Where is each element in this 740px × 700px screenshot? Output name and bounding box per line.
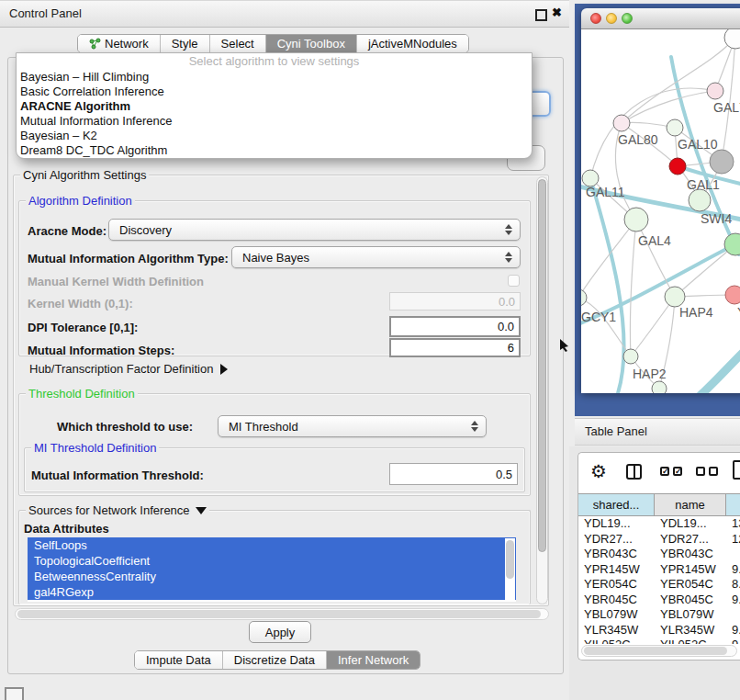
tab-select[interactable]: Select [210, 35, 266, 52]
which-threshold-combo[interactable]: MI Threshold [218, 415, 487, 437]
node-label: GAL11 [586, 185, 625, 199]
table-row[interactable]: YPR145WYPR145W9. [578, 562, 740, 578]
table-cell: YBR043C [655, 547, 726, 562]
tab-discretize-data[interactable]: Discretize Data [223, 651, 327, 669]
hub-section-toggle[interactable]: Hub/Transcription Factor Definition [29, 362, 228, 376]
unchecked-box-icon[interactable] [696, 467, 705, 476]
node-gray[interactable] [710, 150, 734, 174]
tab-infer-network[interactable]: Infer Network [327, 651, 420, 669]
network-edge[interactable] [630, 220, 636, 356]
node-gal4[interactable] [624, 208, 648, 231]
network-edge[interactable] [622, 91, 715, 123]
node-y[interactable] [725, 286, 740, 304]
column-header[interactable] [726, 494, 740, 515]
minimize-window-icon[interactable] [606, 13, 617, 24]
mi-steps-input[interactable]: 6 [389, 338, 521, 357]
apply-button[interactable]: Apply [249, 621, 311, 643]
tab-cyni-toolbox[interactable]: Cyni Toolbox [266, 35, 357, 52]
table-horizontal-scrollbar[interactable] [581, 645, 737, 657]
table-header-row[interactable]: shared...name [578, 493, 740, 516]
network-window[interactable]: GAL7GAL80GAL10GAL11GAL1SWI4GAL4GCY1HAP4Y… [581, 8, 740, 393]
node-gal10[interactable] [667, 119, 683, 136]
mi-threshold-label: Mutual Information Threshold: [31, 469, 204, 482]
unchecked-box-icon[interactable] [709, 467, 718, 476]
aracne-mode-combo[interactable]: Discovery [108, 219, 521, 241]
settings-vertical-scrollbar[interactable] [536, 176, 548, 604]
tab-network[interactable]: Network [78, 35, 161, 52]
table-panel-title: Table Panel [585, 424, 647, 438]
stepper-icon [505, 252, 512, 263]
gear-icon[interactable]: ⚙ [590, 460, 607, 482]
table-cell: 13 [726, 516, 740, 532]
network-edge-highlighted[interactable] [699, 345, 740, 393]
zoom-window-icon[interactable] [622, 13, 633, 24]
sources-group-toggle[interactable]: Sources for Network Inference [26, 503, 209, 517]
table-body[interactable]: YDL19...YDL19...13YDR27...YDR27...12YBR0… [578, 516, 740, 644]
node-bottom[interactable] [652, 381, 667, 393]
table-cell: 8. [726, 577, 740, 593]
algorithm-option[interactable]: Mutual Information Inference [17, 114, 532, 129]
float-panel-icon[interactable] [535, 9, 547, 21]
network-canvas[interactable]: GAL7GAL80GAL10GAL11GAL1SWI4GAL4GCY1HAP4Y… [581, 29, 740, 393]
table-row[interactable]: YBR043CYBR043C [578, 547, 740, 562]
node-gal80[interactable] [613, 115, 630, 131]
network-edge-highlighted[interactable] [590, 178, 624, 393]
document-icon[interactable] [733, 460, 740, 480]
tab-label: Select [221, 37, 254, 51]
attribute-item-selected[interactable]: BetweennessCentrality [28, 569, 516, 584]
table-cell: YDL19... [655, 516, 726, 532]
node-red[interactable] [669, 158, 686, 175]
table-row[interactable]: YIL052CYIL052C9 [578, 638, 740, 644]
column-header[interactable]: name [655, 494, 726, 515]
mi-algorithm-type-combo[interactable]: Naive Bayes [231, 246, 521, 268]
attributes-list-scrollbar[interactable] [505, 538, 515, 601]
attribute-item-selected[interactable]: gal4RGexp [28, 584, 516, 600]
algorithm-option[interactable]: Dream8 DC_TDC Algorithm [17, 143, 532, 158]
table-row[interactable]: YDL19...YDL19...13 [578, 516, 740, 532]
attribute-item-selected[interactable]: TopologicalCoefficient [28, 553, 516, 569]
data-attributes-list[interactable]: SelfLoopsTopologicalCoefficientBetweenne… [28, 537, 516, 602]
network-edge[interactable] [581, 220, 636, 298]
hub-section-label: Hub/Transcription Factor Definition [29, 362, 213, 376]
settings-hscroll-thumb[interactable] [17, 610, 541, 618]
tab-label: Cyni Toolbox [277, 37, 345, 51]
table-row[interactable]: YER054CYER054C8. [578, 577, 740, 593]
split-columns-icon[interactable] [626, 464, 642, 480]
table-row[interactable]: YBR045CYBR045C9. [578, 593, 740, 608]
network-graph[interactable]: GAL7GAL80GAL10GAL11GAL1SWI4GAL4GCY1HAP4Y… [581, 29, 740, 393]
manual-kernel-checkbox[interactable] [508, 275, 520, 287]
mi-threshold-input[interactable]: 0.5 [389, 463, 518, 485]
node-gal7[interactable] [707, 83, 723, 99]
table-row[interactable]: YDR27...YDR27...12 [578, 532, 740, 548]
checked-box-icon[interactable]: ✓ [660, 467, 669, 476]
tab-label: Style [172, 37, 198, 51]
settings-vscroll-thumb[interactable] [538, 179, 546, 552]
node-hap2[interactable] [623, 349, 638, 364]
node-label: HAP2 [633, 367, 667, 381]
tab-impute-data[interactable]: Impute Data [135, 651, 223, 669]
algorithm-option[interactable]: Bayesian – K2 [17, 129, 532, 143]
dpi-tolerance-input[interactable]: 0.0 [389, 316, 521, 337]
network-window-titlebar[interactable] [581, 8, 740, 29]
dpi-tolerance-label: DPI Tolerance [0,1]: [28, 321, 138, 334]
tab-jactivemnodules[interactable]: jActiveMNodules [357, 35, 468, 52]
checked-box-icon[interactable]: ✓ [673, 467, 682, 476]
node-gal1[interactable] [689, 189, 711, 211]
table-row[interactable]: YLR345WYLR345W9. [578, 623, 740, 638]
column-header[interactable]: shared... [578, 494, 655, 515]
close-panel-icon[interactable]: ✖ [552, 6, 562, 19]
table-hscroll-thumb[interactable] [584, 647, 727, 655]
algorithm-option[interactable]: ARACNE Algorithm [17, 99, 532, 114]
minimized-panel-icon[interactable] [5, 687, 24, 700]
node-gcy1[interactable] [581, 289, 587, 306]
node-hap4[interactable] [665, 287, 685, 307]
table-row[interactable]: YBL079WYBL079W [578, 607, 740, 623]
tab-style[interactable]: Style [161, 35, 210, 52]
algorithm-option[interactable]: Basic Correlation Inference [17, 85, 532, 99]
close-window-icon[interactable] [590, 13, 601, 24]
algorithm-option[interactable]: Bayesian – Hill Climbing [17, 70, 532, 85]
settings-horizontal-scrollbar[interactable] [15, 608, 549, 620]
node-label: HAP4 [679, 305, 713, 320]
kernel-width-input[interactable]: 0.0 [389, 292, 521, 310]
attribute-item-selected[interactable]: SelfLoops [28, 537, 516, 553]
